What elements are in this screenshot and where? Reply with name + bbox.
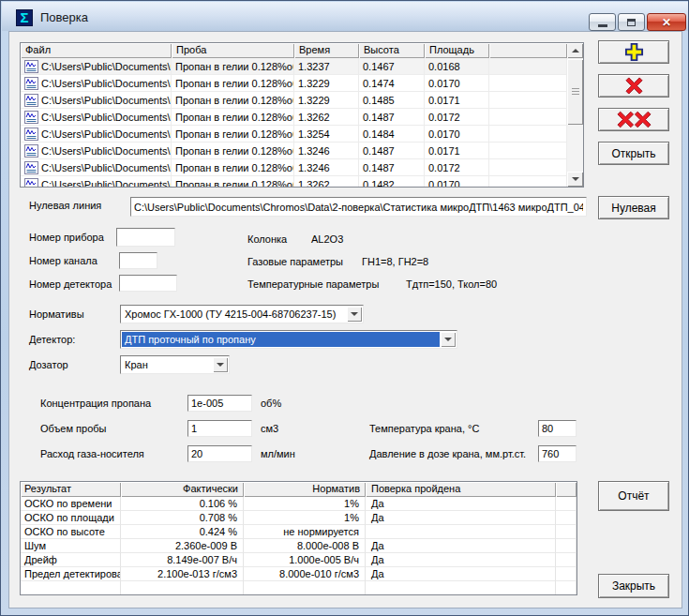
time-value: 1.3262 [294,176,359,187]
channel-number-label: Номер канала [29,255,97,266]
result-row: ОСКО по времени 0.106 % 1% Да [21,497,577,511]
result-norm: 8.000e-008 В [244,539,366,553]
result-norm: не нормируется [244,525,366,539]
channel-number-input[interactable] [119,252,157,269]
doser-select[interactable]: Кран [120,355,230,374]
result-name: Предел детектирова... [21,567,121,581]
results-table: Результат Фактически Норматив Поверка пр… [20,481,577,595]
file-table-header-sample[interactable]: Проба [172,43,294,58]
result-row: Шум 2.360e-009 В 8.000e-008 В Да [21,539,577,553]
results-header-result[interactable]: Результат [21,482,121,497]
table-row[interactable]: C:\Users\Public\Documents\C... Пропан в … [21,159,567,176]
sample-volume-input[interactable] [187,420,252,437]
area-value: 0.0170 [425,75,489,92]
file-table-header-height[interactable]: Высота [359,43,425,58]
height-value: 0.1474 [359,75,425,92]
detector-number-label: Номер детектора [29,278,112,290]
time-value: 1.3237 [294,58,359,75]
table-row[interactable]: C:\Users\Public\Documents\C... Пропан в … [21,176,567,187]
result-name: ОСКО по высоте [21,525,121,539]
chromatogram-file-icon [24,60,38,73]
result-actual: 2.360e-009 В [121,539,244,553]
table-row[interactable]: C:\Users\Public\Documents\C... Пропан в … [21,75,567,92]
table-row[interactable]: C:\Users\Public\Documents\C... Пропан в … [21,58,567,75]
carrier-gas-flow-input[interactable] [187,445,252,462]
titlebar: Σ Поверка ✕ [2,2,689,31]
chevron-down-icon[interactable] [347,307,362,322]
chromatogram-file-icon [24,77,38,90]
result-passed: Да [366,553,556,567]
remove-file-button[interactable] [598,74,669,98]
doser-label: Дозатор [29,359,68,370]
file-table-header-area[interactable]: Площадь [425,43,489,58]
scrollbar-thumb[interactable] [567,59,583,125]
chromatogram-file-icon [24,161,38,174]
chevron-down-icon[interactable] [213,357,228,372]
result-passed: Да [366,497,556,511]
file-table-scrollbar[interactable] [567,43,583,187]
instrument-number-input[interactable] [116,228,175,247]
propane-concentration-input[interactable] [187,395,252,412]
table-row[interactable]: C:\Users\Public\Documents\C... Пропан в … [21,126,567,143]
detector-selected-value: ДТП проточный по пропану [122,332,440,347]
detector-number-input[interactable] [119,275,177,292]
sample-name: Пропан в гелии 0.128%об... [172,58,294,75]
detector-select[interactable]: ДТП проточный по пропану [120,330,457,349]
zero-line-button[interactable]: Нулевая [598,196,669,219]
app-sigma-icon: Σ [16,9,33,26]
close-button[interactable]: Закрыть [598,574,669,598]
results-table-header: Результат Фактически Норматив Поверка пр… [21,482,577,497]
scroll-down-button[interactable] [567,172,583,187]
result-passed [366,525,556,539]
chevron-down-icon[interactable] [441,332,456,347]
table-row[interactable]: C:\Users\Public\Documents\C... Пропан в … [21,109,567,126]
area-value: 0.0170 [425,126,489,143]
table-row[interactable]: C:\Users\Public\Documents\C... Пропан в … [21,92,567,109]
sample-name: Пропан в гелии 0.128%об... [172,92,294,109]
result-passed: Да [366,539,556,553]
time-value: 1.3254 [294,126,359,143]
result-norm: 8.000e-010 г/см3 [244,567,366,581]
chromatogram-file-icon [24,144,38,158]
open-file-button[interactable]: Открыть [598,142,669,165]
zero-line-path-input[interactable] [130,197,587,217]
maximize-button[interactable] [618,13,645,31]
scroll-up-button[interactable] [567,43,583,58]
column-label: Колонка [247,233,287,245]
results-header-passed[interactable]: Поверка пройдена [366,482,556,497]
chromatogram-file-icon [24,111,38,124]
temp-params-label: Температурные параметры [247,278,379,290]
normatives-select[interactable]: Хромос ГХ-1000 (ТУ 4215-004-68706237-15) [120,305,364,323]
minimize-button[interactable] [589,13,616,31]
valve-pressure-input[interactable] [538,445,577,462]
table-row[interactable]: C:\Users\Public\Documents\C... Пропан в … [21,143,567,159]
sample-name: Пропан в гелии 0.128%об... [172,159,294,176]
results-header-norm[interactable]: Норматив [244,482,366,497]
window-title: Поверка [40,10,88,24]
file-table-header: Файл Проба Время Высота Площадь [21,43,567,58]
area-value: 0.0171 [425,143,489,159]
report-button[interactable]: Отчёт [598,481,669,511]
result-norm: 1.000e-005 В/ч [244,553,366,567]
results-header-actual[interactable]: Фактически [121,482,244,497]
remove-all-files-button[interactable] [598,108,669,131]
valve-temperature-input[interactable] [538,420,577,437]
volume-unit: см3 [261,423,278,434]
add-file-button[interactable] [598,40,669,64]
file-table-header-file[interactable]: Файл [21,43,172,58]
file-table-body: C:\Users\Public\Documents\C... Пропан в … [21,58,567,187]
file-path: C:\Users\Public\Documents\C... [41,78,172,89]
double-cross-icon [617,111,652,128]
sample-volume-label: Объем пробы [40,423,107,434]
close-window-button[interactable]: ✕ [647,13,686,31]
result-name: ОСКО по времени [21,497,121,511]
instrument-number-label: Номер прибора [29,232,104,243]
arrow-down-icon [572,177,579,181]
result-name: ОСКО по площади [21,511,121,525]
result-norm: 1% [244,497,366,511]
time-value: 1.3229 [294,92,359,109]
result-row-empty [21,581,577,594]
result-norm: 1% [244,511,366,525]
chromatogram-file-icon [24,94,38,107]
file-table-header-time[interactable]: Время [294,43,359,58]
